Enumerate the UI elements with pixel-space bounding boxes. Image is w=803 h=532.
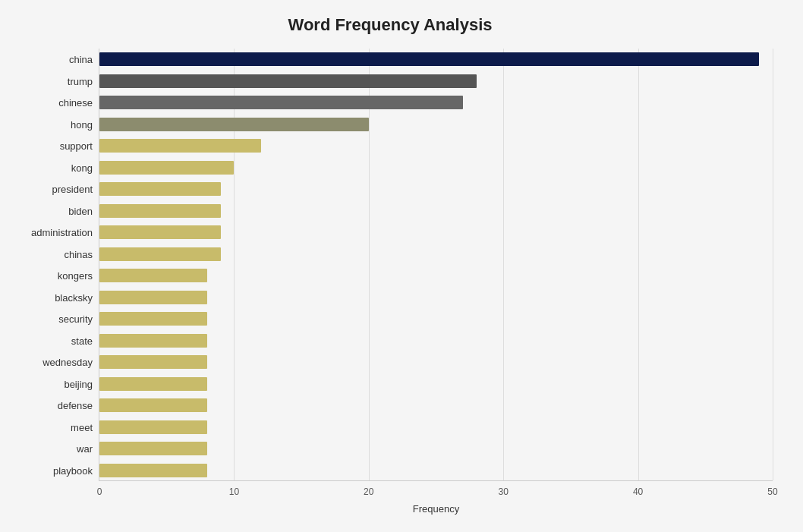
- y-label: wednesday: [11, 357, 93, 368]
- grid-line: [369, 49, 370, 480]
- y-label: china: [11, 54, 93, 65]
- x-tick-label: 0: [97, 486, 102, 497]
- x-tick-label: 50: [767, 486, 777, 497]
- chart-container: Word Frequency Analysis chinatrumpchines…: [0, 0, 803, 532]
- bar-trump: [99, 74, 477, 88]
- bar-state: [99, 334, 207, 348]
- y-label: state: [11, 335, 93, 347]
- y-label: support: [11, 140, 93, 152]
- bar-support: [99, 139, 261, 153]
- bar-china: [99, 52, 759, 66]
- y-label: kong: [11, 162, 93, 174]
- bar-wednesday: [99, 355, 207, 369]
- bar-hong: [99, 118, 369, 131]
- bar-chinese: [99, 96, 463, 109]
- y-label: war: [11, 443, 93, 455]
- x-tick-label: 40: [633, 486, 643, 497]
- bar-war: [99, 442, 207, 455]
- y-label: blacksky: [11, 292, 93, 304]
- bar-president: [99, 182, 221, 196]
- x-axis-label: Frequency: [413, 503, 459, 515]
- bar-biden: [99, 204, 221, 218]
- bar-kong: [99, 161, 234, 175]
- y-label: chinas: [11, 249, 93, 260]
- y-label: biden: [11, 206, 93, 217]
- y-label: administration: [11, 227, 93, 238]
- x-tick-label: 30: [499, 486, 509, 497]
- grid-line: [234, 49, 235, 480]
- chart-title: Word Frequency Analysis: [8, 15, 773, 35]
- plot-area: 01020304050Frequency: [99, 49, 773, 481]
- bar-kongers: [99, 269, 207, 282]
- y-label: defense: [11, 400, 93, 411]
- bar-chinas: [99, 247, 221, 261]
- y-label: meet: [11, 422, 93, 433]
- bar-blacksky: [99, 291, 207, 304]
- bar-security: [99, 312, 207, 326]
- y-axis: chinatrumpchinesehongsupportkongpresiden…: [8, 49, 99, 481]
- y-label: playbook: [11, 465, 93, 477]
- bar-playbook: [99, 464, 207, 477]
- grid-line: [638, 49, 639, 480]
- y-label: trump: [11, 76, 93, 87]
- bar-meet: [99, 420, 207, 434]
- x-tick-label: 20: [364, 486, 373, 497]
- y-label: hong: [11, 119, 93, 131]
- bar-beijing: [99, 377, 207, 391]
- y-label: chinese: [11, 97, 93, 109]
- bar-administration: [99, 225, 221, 239]
- grid-line: [773, 49, 773, 480]
- y-label: kongers: [11, 270, 93, 282]
- y-label: beijing: [11, 379, 93, 390]
- y-label: president: [11, 184, 93, 195]
- x-tick-label: 10: [229, 486, 239, 497]
- y-label: security: [11, 313, 93, 325]
- bar-defense: [99, 398, 207, 412]
- grid-line: [503, 49, 504, 480]
